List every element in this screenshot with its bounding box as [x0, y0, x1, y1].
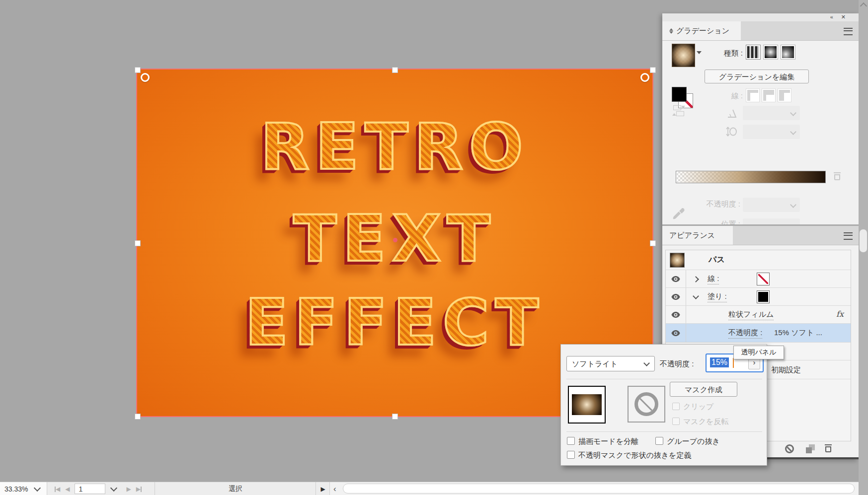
panel-cycle-icon[interactable] — [669, 28, 673, 34]
appearance-row-stroke[interactable]: 線 : — [666, 270, 851, 288]
clip-checkbox-label: クリップ — [683, 402, 713, 412]
artboard-number-input[interactable]: 1 — [75, 484, 105, 494]
chevron-down-icon[interactable] — [110, 484, 117, 491]
no-mask-icon — [634, 392, 658, 416]
appearance-row-opacity-selected[interactable]: 不透明度 : 15% ソフト ... — [666, 324, 851, 343]
gradient-type-radial-button[interactable] — [763, 45, 778, 60]
blend-mode-select[interactable]: ソフトライト — [566, 356, 655, 371]
previous-artboard-icon[interactable]: ◀ — [65, 486, 70, 493]
tab-appearance[interactable]: アピアランス — [662, 226, 733, 245]
appearance-panel-menu-icon[interactable] — [844, 232, 853, 240]
gradient-slider[interactable] — [676, 171, 826, 183]
stroke-along-icon — [763, 90, 774, 101]
panel-group-header: ‹‹ ✕ — [662, 13, 859, 22]
chevron-down-icon — [790, 129, 796, 135]
popup-separator — [566, 379, 762, 379]
make-mask-button[interactable]: マスク作成 — [670, 382, 737, 397]
gradient-annotator-ring-right[interactable] — [640, 73, 649, 82]
artboard-number-value: 1 — [79, 485, 82, 493]
last-artboard-icon[interactable]: ▶ — [136, 486, 142, 493]
status-options-icon[interactable]: ▶ — [316, 482, 329, 495]
fx-icon[interactable]: fx — [836, 309, 844, 319]
stroke-visibility-toggle[interactable] — [666, 270, 686, 287]
clear-appearance-icon[interactable] — [785, 444, 794, 453]
fill-proxy-swatch[interactable] — [672, 87, 687, 102]
collapse-panels-icon[interactable]: ‹‹ — [830, 14, 833, 20]
knockout-group-checkbox[interactable] — [655, 437, 663, 445]
define-knockout-checkbox[interactable] — [567, 451, 575, 459]
zoom-level-control[interactable]: 33.33% — [0, 482, 47, 495]
gradient-type-freeform-button[interactable] — [781, 45, 795, 60]
mask-thumbnail-empty[interactable] — [628, 386, 665, 423]
opacity-row-link[interactable]: 不透明度 : — [728, 328, 762, 339]
selection-handle-top-mid[interactable] — [392, 67, 398, 73]
fill-row-label[interactable]: 塗り : — [708, 292, 727, 302]
stroke-none-swatch[interactable] — [757, 273, 770, 285]
appearance-tab-label: アピアランス — [669, 231, 715, 240]
vertical-scrollbar[interactable] — [859, 0, 868, 495]
appearance-row-grain[interactable]: 粒状フィルム fx — [666, 306, 851, 324]
scroll-left-icon[interactable]: ‹ — [333, 484, 336, 494]
scroll-up-icon[interactable] — [860, 2, 867, 9]
stroke-along-button — [762, 88, 776, 102]
appearance-panel-tabbar: アピアランス — [662, 226, 859, 245]
selection-handle-top-left[interactable] — [135, 67, 141, 73]
vertical-scrollbar-thumb[interactable] — [860, 229, 867, 252]
freeform-gradient-icon — [782, 46, 794, 58]
stroke-row-label[interactable]: 線 : — [708, 274, 719, 284]
tooltip-transparency-panel: 透明パネル — [733, 346, 784, 359]
retro-face-layer: RETRO — [137, 115, 652, 179]
delete-gradient-stop-icon — [834, 172, 841, 180]
grain-visibility-toggle[interactable] — [666, 306, 686, 323]
popup-separator — [566, 431, 762, 432]
gradient-type-linear-button[interactable] — [746, 45, 761, 60]
gradient-thumbnail[interactable] — [672, 44, 695, 67]
grain-effect-link[interactable]: 粒状フィルム — [728, 310, 774, 320]
gradient-stroke-label: 線 : — [714, 91, 743, 101]
horizontal-scrollbar[interactable]: ‹ — [329, 482, 859, 495]
selection-handle-bottom-left[interactable] — [135, 414, 141, 420]
eyedropper-icon — [672, 207, 685, 221]
isolate-blending-label: 描画モードを分離 — [578, 437, 638, 446]
fill-visibility-toggle[interactable] — [666, 288, 686, 305]
clip-checkbox — [672, 403, 680, 410]
linear-gradient-icon — [747, 46, 759, 58]
artboard-navigation: ◀ ◀ 1 ▶ ▶ — [48, 482, 155, 495]
first-artboard-icon[interactable]: ◀ — [55, 486, 60, 493]
status-display[interactable]: 選択 — [156, 482, 316, 495]
appearance-row-path[interactable]: パス — [666, 250, 851, 270]
next-artboard-icon[interactable]: ▶ — [126, 486, 131, 493]
object-thumbnail[interactable] — [568, 386, 606, 424]
close-panel-icon[interactable]: ✕ — [841, 14, 846, 20]
selection-handle-bottom-mid[interactable] — [392, 414, 398, 420]
horizontal-scrollbar-thumb[interactable] — [343, 484, 855, 494]
edit-gradient-button[interactable]: グラデーションを編集 — [705, 70, 809, 83]
opacity-row-value: 15% ソフト ... — [774, 328, 822, 338]
appearance-row-fill[interactable]: 塗り : — [666, 288, 851, 306]
gradient-preset-dropdown-icon[interactable] — [697, 51, 702, 54]
isolate-blending-checkbox[interactable] — [567, 437, 575, 445]
gradient-annotator-ring-left[interactable] — [141, 73, 150, 82]
popup-opacity-label: 不透明度 : — [660, 359, 694, 369]
fill-black-swatch[interactable] — [757, 290, 770, 303]
delete-item-icon[interactable] — [825, 444, 832, 452]
eye-icon — [671, 330, 680, 336]
gradient-panel-menu-icon[interactable] — [844, 28, 853, 35]
status-bar: 33.33% ◀ ◀ 1 ▶ ▶ 選択 ▶ ‹ — [0, 482, 868, 495]
text-caret — [733, 358, 734, 368]
selection-handle-top-right[interactable] — [650, 67, 656, 73]
collapse-fill-icon[interactable] — [693, 293, 699, 299]
blend-mode-value: ソフトライト — [572, 359, 618, 369]
selection-handle-mid-left[interactable] — [135, 240, 141, 246]
duplicate-item-icon[interactable] — [806, 444, 815, 453]
default-settings-label: 初期設定 — [771, 365, 801, 375]
selection-handle-mid-right[interactable] — [650, 240, 656, 246]
chevron-down-icon — [790, 110, 796, 116]
gradient-aspect-combo — [743, 125, 800, 139]
expand-stroke-icon[interactable] — [693, 276, 699, 283]
tab-gradient[interactable]: グラデーション — [662, 21, 741, 40]
opacity-visibility-toggle[interactable] — [666, 324, 686, 342]
invert-mask-checkbox-label: マスクを反転 — [683, 417, 728, 426]
zoom-level-value: 33.33% — [4, 485, 28, 493]
eye-icon — [671, 276, 680, 282]
